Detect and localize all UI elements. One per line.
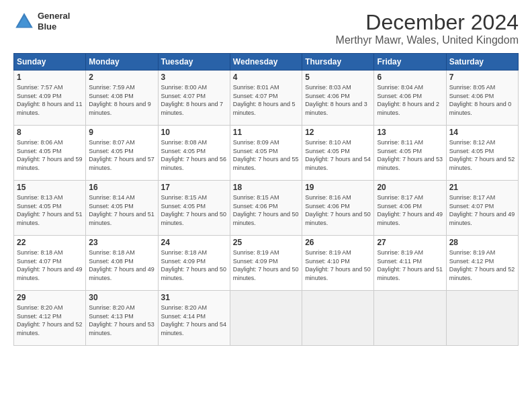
header-thursday: Thursday	[302, 54, 374, 71]
table-row: 18 Sunrise: 8:15 AM Sunset: 4:06 PM Dayl…	[230, 181, 302, 236]
day-number: 21	[449, 183, 515, 192]
table-row	[374, 291, 446, 346]
day-number: 13	[377, 128, 443, 137]
day-number: 14	[449, 128, 515, 137]
day-info: Sunrise: 8:09 AM Sunset: 4:05 PM Dayligh…	[233, 138, 299, 172]
table-row: 24 Sunrise: 8:18 AM Sunset: 4:09 PM Dayl…	[158, 236, 230, 291]
day-number: 28	[449, 238, 515, 247]
table-row: 10 Sunrise: 8:08 AM Sunset: 4:05 PM Dayl…	[158, 126, 230, 181]
table-row	[302, 291, 374, 346]
day-info: Sunrise: 8:03 AM Sunset: 4:06 PM Dayligh…	[305, 83, 371, 117]
location-title: Merthyr Mawr, Wales, United Kingdom	[336, 34, 519, 46]
table-row: 20 Sunrise: 8:17 AM Sunset: 4:06 PM Dayl…	[374, 181, 446, 236]
calendar-week-row: 22 Sunrise: 8:18 AM Sunset: 4:07 PM Dayl…	[14, 236, 519, 291]
day-number: 1	[17, 73, 83, 82]
day-number: 23	[89, 238, 154, 247]
table-row: 28 Sunrise: 8:19 AM Sunset: 4:12 PM Dayl…	[446, 236, 518, 291]
table-row: 9 Sunrise: 8:07 AM Sunset: 4:05 PM Dayli…	[86, 126, 158, 181]
header: General Blue December 2024 Merthyr Mawr,…	[13, 11, 519, 46]
calendar-table: Sunday Monday Tuesday Wednesday Thursday…	[13, 53, 519, 346]
day-info: Sunrise: 8:10 AM Sunset: 4:05 PM Dayligh…	[305, 138, 371, 172]
logo-icon	[13, 11, 35, 32]
day-info: Sunrise: 8:19 AM Sunset: 4:10 PM Dayligh…	[305, 248, 371, 282]
header-sunday: Sunday	[14, 54, 86, 71]
day-info: Sunrise: 8:06 AM Sunset: 4:05 PM Dayligh…	[17, 138, 83, 172]
table-row: 23 Sunrise: 8:18 AM Sunset: 4:08 PM Dayl…	[86, 236, 158, 291]
table-row: 30 Sunrise: 8:20 AM Sunset: 4:13 PM Dayl…	[86, 291, 158, 346]
header-saturday: Saturday	[446, 54, 518, 71]
day-number: 22	[17, 238, 83, 247]
day-number: 30	[89, 293, 154, 302]
day-number: 27	[377, 238, 443, 247]
table-row: 21 Sunrise: 8:17 AM Sunset: 4:07 PM Dayl…	[446, 181, 518, 236]
table-row: 29 Sunrise: 8:20 AM Sunset: 4:12 PM Dayl…	[14, 291, 86, 346]
calendar-week-row: 1 Sunrise: 7:57 AM Sunset: 4:09 PM Dayli…	[14, 71, 519, 126]
table-row: 25 Sunrise: 8:19 AM Sunset: 4:09 PM Dayl…	[230, 236, 302, 291]
table-row	[230, 291, 302, 346]
page: General Blue December 2024 Merthyr Mawr,…	[0, 0, 532, 353]
month-title: December 2024	[336, 11, 519, 34]
header-friday: Friday	[374, 54, 446, 71]
title-area: December 2024 Merthyr Mawr, Wales, Unite…	[336, 11, 519, 46]
table-row: 19 Sunrise: 8:16 AM Sunset: 4:06 PM Dayl…	[302, 181, 374, 236]
day-info: Sunrise: 8:19 AM Sunset: 4:12 PM Dayligh…	[449, 248, 515, 282]
day-info: Sunrise: 8:12 AM Sunset: 4:05 PM Dayligh…	[449, 138, 515, 172]
day-info: Sunrise: 8:13 AM Sunset: 4:05 PM Dayligh…	[17, 193, 83, 227]
day-info: Sunrise: 8:11 AM Sunset: 4:05 PM Dayligh…	[377, 138, 443, 172]
day-info: Sunrise: 7:59 AM Sunset: 4:08 PM Dayligh…	[89, 83, 154, 117]
day-info: Sunrise: 8:14 AM Sunset: 4:05 PM Dayligh…	[89, 193, 154, 227]
table-row: 27 Sunrise: 8:19 AM Sunset: 4:11 PM Dayl…	[374, 236, 446, 291]
table-row: 3 Sunrise: 8:00 AM Sunset: 4:07 PM Dayli…	[158, 71, 230, 126]
day-info: Sunrise: 8:00 AM Sunset: 4:07 PM Dayligh…	[161, 83, 227, 117]
day-info: Sunrise: 8:20 AM Sunset: 4:14 PM Dayligh…	[161, 304, 227, 337]
day-info: Sunrise: 8:19 AM Sunset: 4:11 PM Dayligh…	[377, 248, 443, 282]
weekday-header-row: Sunday Monday Tuesday Wednesday Thursday…	[14, 54, 519, 71]
table-row: 14 Sunrise: 8:12 AM Sunset: 4:05 PM Dayl…	[446, 126, 518, 181]
table-row: 1 Sunrise: 7:57 AM Sunset: 4:09 PM Dayli…	[14, 71, 86, 126]
table-row: 17 Sunrise: 8:15 AM Sunset: 4:05 PM Dayl…	[158, 181, 230, 236]
day-number: 20	[377, 183, 443, 192]
day-number: 4	[233, 73, 299, 82]
day-info: Sunrise: 8:05 AM Sunset: 4:06 PM Dayligh…	[449, 83, 515, 117]
day-number: 10	[161, 128, 227, 137]
table-row: 11 Sunrise: 8:09 AM Sunset: 4:05 PM Dayl…	[230, 126, 302, 181]
day-info: Sunrise: 8:15 AM Sunset: 4:06 PM Dayligh…	[233, 193, 299, 227]
logo: General Blue	[13, 11, 70, 32]
day-info: Sunrise: 8:15 AM Sunset: 4:05 PM Dayligh…	[161, 193, 227, 227]
calendar-week-row: 15 Sunrise: 8:13 AM Sunset: 4:05 PM Dayl…	[14, 181, 519, 236]
day-number: 19	[305, 183, 371, 192]
table-row: 16 Sunrise: 8:14 AM Sunset: 4:05 PM Dayl…	[86, 181, 158, 236]
header-monday: Monday	[86, 54, 158, 71]
day-number: 6	[377, 73, 443, 82]
day-number: 26	[305, 238, 371, 247]
logo-text: General Blue	[38, 11, 70, 32]
day-info: Sunrise: 8:20 AM Sunset: 4:13 PM Dayligh…	[89, 304, 154, 337]
calendar-week-row: 8 Sunrise: 8:06 AM Sunset: 4:05 PM Dayli…	[14, 126, 519, 181]
table-row: 15 Sunrise: 8:13 AM Sunset: 4:05 PM Dayl…	[14, 181, 86, 236]
day-number: 15	[17, 183, 83, 192]
day-number: 9	[89, 128, 154, 137]
day-number: 8	[17, 128, 83, 137]
table-row: 6 Sunrise: 8:04 AM Sunset: 4:06 PM Dayli…	[374, 71, 446, 126]
day-info: Sunrise: 8:04 AM Sunset: 4:06 PM Dayligh…	[377, 83, 443, 117]
day-info: Sunrise: 8:08 AM Sunset: 4:05 PM Dayligh…	[161, 138, 227, 172]
day-info: Sunrise: 7:57 AM Sunset: 4:09 PM Dayligh…	[17, 83, 83, 117]
table-row: 13 Sunrise: 8:11 AM Sunset: 4:05 PM Dayl…	[374, 126, 446, 181]
day-number: 12	[305, 128, 371, 137]
day-info: Sunrise: 8:01 AM Sunset: 4:07 PM Dayligh…	[233, 83, 299, 117]
day-number: 24	[161, 238, 227, 247]
day-number: 17	[161, 183, 227, 192]
day-info: Sunrise: 8:18 AM Sunset: 4:07 PM Dayligh…	[17, 248, 83, 282]
day-info: Sunrise: 8:16 AM Sunset: 4:06 PM Dayligh…	[305, 193, 371, 227]
day-number: 11	[233, 128, 299, 137]
table-row: 12 Sunrise: 8:10 AM Sunset: 4:05 PM Dayl…	[302, 126, 374, 181]
day-number: 25	[233, 238, 299, 247]
table-row: 26 Sunrise: 8:19 AM Sunset: 4:10 PM Dayl…	[302, 236, 374, 291]
table-row: 4 Sunrise: 8:01 AM Sunset: 4:07 PM Dayli…	[230, 71, 302, 126]
day-info: Sunrise: 8:17 AM Sunset: 4:07 PM Dayligh…	[449, 193, 515, 227]
day-number: 16	[89, 183, 154, 192]
day-number: 3	[161, 73, 227, 82]
table-row: 5 Sunrise: 8:03 AM Sunset: 4:06 PM Dayli…	[302, 71, 374, 126]
day-info: Sunrise: 8:20 AM Sunset: 4:12 PM Dayligh…	[17, 304, 83, 337]
table-row	[446, 291, 518, 346]
